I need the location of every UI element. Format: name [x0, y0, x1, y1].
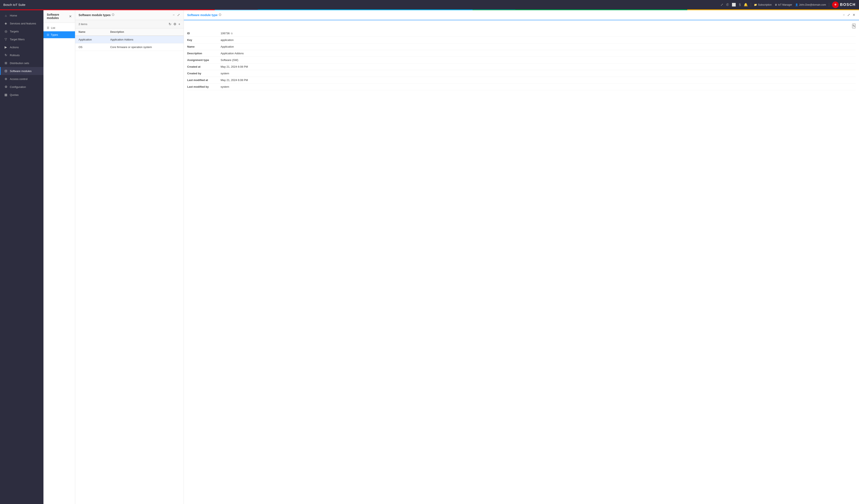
- sidebar-item-rollouts[interactable]: ↻ Rollouts: [0, 51, 43, 59]
- sidebar-item-label: Services and features: [10, 22, 36, 25]
- sidebar-item-label: Access control: [10, 77, 28, 80]
- detail-value: Application: [221, 45, 856, 48]
- detail-row: Last modified bysystem: [187, 83, 856, 90]
- detail-expand-button[interactable]: ⤢: [847, 13, 850, 17]
- detail-panel: Software module type ⓘ − ⤢ ✕ ✎ ID106736 …: [184, 10, 859, 504]
- detail-label: Name: [187, 45, 221, 48]
- software-modules-icon: ⊡: [4, 69, 8, 73]
- sidebar-item-access-control[interactable]: ⊛ Access control: [0, 75, 43, 83]
- settings-button[interactable]: ⚙: [174, 22, 176, 26]
- detail-panel-actions: − ⤢ ✕: [843, 13, 856, 17]
- sw-modules-close-button[interactable]: ✕: [69, 14, 72, 18]
- detail-label: Created at: [187, 65, 221, 68]
- target-filters-icon: ▽: [4, 37, 8, 41]
- detail-value: Application Addons: [221, 52, 856, 55]
- types-panel-actions: − ⤢: [172, 13, 180, 17]
- detail-row: Keyapplication: [187, 37, 856, 43]
- cell-name: Application: [75, 36, 107, 43]
- sidebar-item-home[interactable]: ⌂ Home: [0, 12, 43, 19]
- notification-icon[interactable]: 🔔: [744, 3, 748, 7]
- types-panel-title: Software module types ⓘ: [78, 13, 114, 17]
- phone-icon[interactable]: ✆: [726, 3, 729, 7]
- paragraph-icon[interactable]: §: [739, 3, 741, 7]
- sidebar-item-distribution-sets[interactable]: ⊞ Distribution sets: [0, 59, 43, 67]
- sw-nav-list[interactable]: ☰ List: [43, 25, 75, 31]
- detail-minimize-button[interactable]: −: [843, 13, 845, 17]
- detail-value-text: Application Addons: [221, 52, 244, 55]
- sidebar-item-software-modules[interactable]: ⊡ Software modules: [0, 67, 43, 75]
- detail-value: system: [221, 72, 856, 75]
- types-table: Name Description ApplicationApplication …: [75, 28, 184, 51]
- user-link[interactable]: 👤 John.Doe@domain.com: [795, 3, 826, 6]
- types-expand-button[interactable]: ⤢: [177, 13, 180, 17]
- detail-label: Last modified at: [187, 78, 221, 82]
- detail-info-icon[interactable]: ⓘ: [219, 13, 221, 17]
- sidebar-item-label: Configuration: [10, 86, 26, 89]
- sidebar-item-targets[interactable]: ◎ Targets: [0, 27, 43, 35]
- actions-icon: ▶: [4, 45, 8, 49]
- table-row[interactable]: OSCore firmware or operation system: [75, 43, 184, 51]
- topbar-left: Bosch IoT Suite: [3, 3, 26, 6]
- toolbar-buttons: ↻ ⚙ +: [169, 22, 180, 26]
- detail-value: 106736 ⧉: [221, 32, 856, 35]
- table-toolbar: 2 items ↻ ⚙ +: [75, 20, 184, 28]
- sidebar-item-target-filters[interactable]: ▽ Target filters: [0, 35, 43, 43]
- detail-value-text: May 21, 2024 6:08 PM: [221, 65, 248, 68]
- detail-content: ✎ ID106736 ⧉KeyapplicationNameApplicatio…: [184, 20, 859, 93]
- sidebar-item-services[interactable]: ◈ Services and features: [0, 19, 43, 27]
- detail-row: Created bysystem: [187, 70, 856, 77]
- detail-label: Key: [187, 39, 221, 42]
- add-button[interactable]: +: [178, 22, 180, 26]
- sw-modules-header: Software modules ✕: [43, 10, 75, 23]
- topbar-right: ⤢ ✆ ⬜ § 🔔 📁 Subscription 🖥 IoT Manager 👤…: [721, 1, 856, 8]
- sidebar-item-actions[interactable]: ▶ Actions: [0, 43, 43, 51]
- table-row[interactable]: ApplicationApplication Addons: [75, 36, 184, 43]
- sidebar-item-label: Rollouts: [10, 54, 20, 57]
- edit-button[interactable]: ✎: [852, 24, 856, 28]
- detail-row: NameApplication: [187, 43, 856, 50]
- rollouts-icon: ↻: [4, 53, 8, 57]
- sidebar-item-configuration[interactable]: ⚙ Configuration: [0, 83, 43, 91]
- detail-value: Software (SW): [221, 59, 856, 62]
- sw-nav-list-label: List: [51, 26, 55, 29]
- sidebar-item-label: Quotas: [10, 93, 19, 96]
- software-modules-panel: Software modules ✕ ☰ List ⊡ Types: [43, 10, 75, 504]
- bosch-logo: ⚙ BOSCH: [832, 1, 856, 8]
- detail-value: May 21, 2024 6:08 PM: [221, 78, 856, 82]
- iot-manager-icon: 🖥: [774, 3, 777, 6]
- detail-value-text: Software (SW): [221, 59, 238, 62]
- services-icon: ◈: [4, 21, 8, 25]
- app-title: Bosch IoT Suite: [3, 3, 26, 6]
- targets-icon: ◎: [4, 29, 8, 33]
- types-info-icon[interactable]: ⓘ: [112, 13, 114, 17]
- detail-close-button[interactable]: ✕: [852, 13, 856, 17]
- sw-modules-title: Software modules: [47, 13, 69, 20]
- sidebar-item-label: Home: [10, 14, 17, 17]
- cell-description: Core firmware or operation system: [107, 43, 184, 51]
- types-panel: Software module types ⓘ − ⤢ 2 items ↻ ⚙ …: [75, 10, 184, 504]
- sw-nav-types[interactable]: ⊡ Types: [43, 31, 75, 38]
- refresh-button[interactable]: ↻: [169, 22, 171, 26]
- types-minimize-button[interactable]: −: [172, 13, 175, 17]
- detail-row: ID106736 ⧉: [187, 30, 856, 37]
- sidebar-item-label: Distribution sets: [10, 62, 29, 65]
- detail-label: ID: [187, 32, 221, 35]
- iot-manager-link[interactable]: 🖥 IoT Manager: [774, 3, 792, 6]
- subscription-link[interactable]: 📁 Subscription: [754, 3, 772, 6]
- bosch-circle: ⚙: [832, 1, 839, 8]
- main-content: Software modules ✕ ☰ List ⊡ Types Softwa…: [43, 10, 859, 504]
- subscription-icon: 📁: [754, 3, 757, 6]
- detail-row: Assignment typeSoftware (SW): [187, 57, 856, 63]
- sidebar-item-quotas[interactable]: ▦ Quotas: [0, 91, 43, 99]
- list-icon: ☰: [47, 26, 49, 29]
- window-icon[interactable]: ⬜: [732, 3, 736, 7]
- detail-value-text: system: [221, 72, 229, 75]
- cell-name: OS: [75, 43, 107, 51]
- detail-value-text: system: [221, 85, 229, 88]
- detail-panel-header: Software module type ⓘ − ⤢ ✕: [184, 10, 859, 20]
- detail-panel-title: Software module type ⓘ: [187, 13, 221, 17]
- copy-icon[interactable]: ⧉: [231, 32, 233, 35]
- col-name: Name: [75, 28, 107, 36]
- items-count: 2 items: [78, 22, 87, 26]
- share-icon[interactable]: ⤢: [721, 3, 723, 7]
